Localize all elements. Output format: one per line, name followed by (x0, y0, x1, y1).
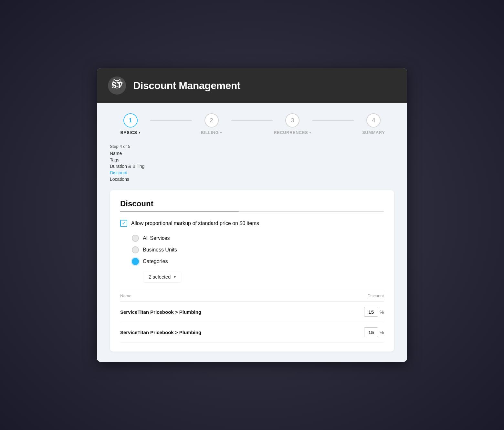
row-2-name: ServiceTitan Pricebook > Plumbing (120, 330, 201, 335)
table-header: Name Discount (120, 290, 384, 302)
table-row: ServiceTitan Pricebook > Plumbing % (120, 302, 384, 322)
sub-steps: Step 4 of 5 Name Tags Duration & Billing… (110, 144, 394, 182)
logo-icon: ST (107, 76, 127, 95)
step-1-circle: 1 (123, 113, 138, 128)
radio-all-services-label: All Services (143, 235, 170, 241)
sub-step-locations[interactable]: Locations (110, 176, 394, 182)
radio-categories-icon (132, 258, 139, 265)
step-2[interactable]: 2 BILLING ▾ (191, 113, 232, 135)
step-4[interactable]: 4 SUMMARY (353, 113, 394, 135)
step-2-label: BILLING ▾ (201, 130, 222, 135)
row-2-discount-input[interactable] (364, 327, 378, 337)
categories-dropdown[interactable]: 2 selected ▾ (143, 271, 181, 282)
stepper: 1 BASICS ▾ 2 BILLING ▾ 3 (110, 113, 394, 135)
step-1-chevron-icon: ▾ (139, 130, 141, 135)
step-2-circle: 2 (205, 113, 219, 128)
outer-wrapper: ST Discount Management 1 BASICS (0, 0, 504, 430)
radio-all-services[interactable]: All Services (132, 235, 384, 242)
radio-business-units-icon (132, 246, 139, 253)
main-card: ST Discount Management 1 BASICS (97, 68, 407, 362)
sub-step-duration[interactable]: Duration & Billing (110, 163, 394, 169)
radio-categories[interactable]: Categories (132, 258, 384, 265)
row-1-percent-sign: % (380, 309, 384, 315)
sub-step-discount[interactable]: Discount (110, 169, 394, 176)
step-3-circle: 3 (285, 113, 299, 128)
sub-step-name[interactable]: Name (110, 150, 394, 157)
row-2-discount: % (364, 327, 384, 337)
svg-point-4 (118, 83, 119, 84)
row-1-name: ServiceTitan Pricebook > Plumbing (120, 309, 201, 315)
step-3-chevron-icon: ▾ (309, 130, 311, 135)
discount-section-title: Discount (120, 199, 384, 208)
step-4-circle: 4 (366, 113, 381, 128)
radio-all-services-icon (132, 235, 139, 242)
categories-dropdown-area: 2 selected ▾ (143, 271, 384, 282)
connector-2-3 (231, 120, 272, 121)
dropdown-selected-label: 2 selected (149, 274, 171, 280)
step-3[interactable]: 3 RECURRENCES ▾ (272, 113, 313, 135)
col-name-header: Name (120, 293, 131, 298)
page-title: Discount Management (133, 80, 240, 92)
row-1-discount: % (364, 307, 384, 317)
col-discount-header: Discount (367, 293, 384, 298)
radio-business-units[interactable]: Business Units (132, 246, 384, 253)
row-1-discount-input[interactable] (364, 307, 378, 317)
checkbox-row[interactable]: ✓ Allow proportional markup of standard … (120, 220, 384, 227)
connector-1-2 (150, 120, 191, 121)
connector-3-4 (312, 120, 353, 121)
step-2-chevron-icon: ▾ (220, 130, 222, 135)
section-progress-track (120, 211, 384, 212)
radio-business-units-label: Business Units (143, 247, 177, 253)
section-progress-fill (120, 211, 239, 212)
step-3-label: RECURRENCES ▾ (274, 130, 311, 135)
checkbox-label: Allow proportional markup of standard pr… (131, 220, 259, 226)
svg-point-3 (115, 83, 116, 84)
check-icon: ✓ (122, 221, 126, 226)
content-area: 1 BASICS ▾ 2 BILLING ▾ 3 (97, 103, 407, 362)
radio-categories-label: Categories (143, 259, 168, 264)
table-row: ServiceTitan Pricebook > Plumbing % (120, 322, 384, 343)
progress-text: Step 4 of 5 (110, 144, 394, 149)
discount-table: Name Discount ServiceTitan Pricebook > P… (120, 290, 384, 343)
step-1-label: BASICS ▾ (120, 130, 141, 135)
radio-options: All Services Business Units Categories (132, 235, 384, 265)
app-header: ST Discount Management (97, 68, 407, 103)
discount-card: Discount ✓ Allow proportional markup of … (110, 190, 394, 352)
proportional-markup-checkbox[interactable]: ✓ (120, 220, 127, 227)
dropdown-chevron-icon: ▾ (174, 275, 176, 279)
row-2-percent-sign: % (380, 330, 384, 335)
step-1[interactable]: 1 BASICS ▾ (110, 113, 151, 135)
sub-step-tags[interactable]: Tags (110, 157, 394, 163)
step-4-label: SUMMARY (362, 130, 385, 135)
